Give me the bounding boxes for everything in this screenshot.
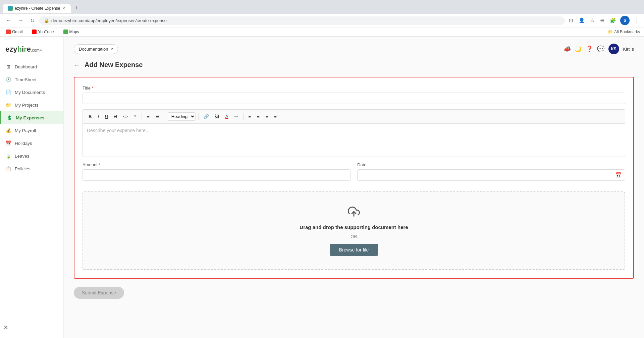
page-header: ← Add New Expense xyxy=(74,61,634,69)
sidebar-label-my-expenses: My Expenses xyxy=(16,115,45,120)
back-button[interactable]: ← xyxy=(74,61,80,69)
logo: ezyhire.com™ xyxy=(0,42,63,60)
sidebar-label-policies: Policies xyxy=(15,166,31,171)
description-editor[interactable]: Describe your expense here... xyxy=(83,123,625,157)
sidebar-item-leaves[interactable]: 🍃 Leaves xyxy=(0,150,63,162)
text-color-btn[interactable]: A xyxy=(223,113,231,120)
amount-date-row: Amount * Date 📅 xyxy=(83,162,625,186)
quote-btn[interactable]: ❝ xyxy=(132,113,139,120)
align-justify-btn[interactable]: ≡ xyxy=(272,113,279,120)
submit-expense-btn[interactable]: Submit Expense xyxy=(74,287,124,299)
sidebar-item-my-projects[interactable]: 📁 My Projects xyxy=(0,99,63,111)
main-content: Documentation ↗ 📣 🌙 ❓ 💬 KS Kirti s ← Add… xyxy=(64,37,644,338)
heading-select[interactable]: Heading H1 H2 H3 xyxy=(168,112,196,121)
bold-btn[interactable]: B xyxy=(86,113,94,120)
sidebar-item-holidays[interactable]: 📅 Holidays xyxy=(0,137,63,150)
unordered-list-btn[interactable]: ☰ xyxy=(153,113,162,120)
translate-icon[interactable]: ⊕ xyxy=(599,16,606,25)
code-btn[interactable]: <> xyxy=(121,113,130,120)
notification-icon[interactable]: 📣 xyxy=(564,45,571,53)
browser-toolbar-icons: ⊡ 👤 ☆ ⊕ 🧩 S ⋮ xyxy=(568,16,640,25)
avatar-initials: KS xyxy=(611,47,616,51)
submit-area: Submit Expense xyxy=(74,287,634,299)
dark-mode-icon[interactable]: 🌙 xyxy=(575,46,582,52)
chat-icon[interactable]: 💬 xyxy=(597,45,604,53)
browse-file-btn[interactable]: Browse for file xyxy=(330,244,378,256)
page-title: Add New Expense xyxy=(85,61,143,69)
sidebar-item-my-documents[interactable]: 📄 My Documents xyxy=(0,86,63,99)
image-btn[interactable]: 🖼 xyxy=(213,113,222,120)
projects-icon: 📁 xyxy=(5,102,11,108)
editor-placeholder: Describe your expense here... xyxy=(87,128,150,133)
align-right-btn[interactable]: ≡ xyxy=(263,113,271,120)
underline-btn[interactable]: U xyxy=(103,113,110,120)
bookmarks-bar: Gmail YouTube Maps 📁 All Bookmarks xyxy=(0,27,644,37)
amount-label: Amount * xyxy=(83,162,351,167)
folder-icon: 📁 xyxy=(608,30,613,34)
expense-form-card: Title * B I U S <> ❝ ≡ ☰ xyxy=(74,77,634,279)
sidebar-item-policies[interactable]: 📋 Policies xyxy=(0,162,63,175)
reload-btn[interactable]: ↻ xyxy=(28,16,37,25)
sidebar-label-my-documents: My Documents xyxy=(15,90,45,95)
profile-icon[interactable]: 👤 xyxy=(577,16,586,25)
sidebar-item-dashboard[interactable]: ⊞ Dashboard xyxy=(0,60,63,73)
forward-nav-btn[interactable]: → xyxy=(16,16,25,25)
sidebar-label-timesheet: TimeSheet xyxy=(15,77,37,82)
documentation-btn[interactable]: Documentation ↗ xyxy=(74,44,118,54)
timesheet-icon: 🕐 xyxy=(5,76,11,82)
cast-icon[interactable]: ⊡ xyxy=(568,16,575,25)
extensions-icon[interactable]: 🧩 xyxy=(608,16,618,25)
sidebar-item-timesheet[interactable]: 🕐 TimeSheet xyxy=(0,73,63,86)
file-upload-area[interactable]: Drag and drop the supporting document he… xyxy=(83,191,625,270)
app-container: ezyhire.com™ ⊞ Dashboard 🕐 TimeSheet 📄 M… xyxy=(0,37,644,338)
gmail-label: Gmail xyxy=(12,30,22,34)
new-tab-btn[interactable]: + xyxy=(71,3,82,14)
ordered-list-btn[interactable]: ≡ xyxy=(145,113,152,120)
active-tab[interactable]: ezyhire - Create Expense ✕ xyxy=(3,4,71,13)
bookmark-gmail[interactable]: Gmail xyxy=(4,29,24,35)
sidebar-item-my-payroll[interactable]: 💰 My Payroll xyxy=(0,124,63,137)
maps-label: Maps xyxy=(69,30,79,34)
date-input[interactable] xyxy=(357,169,625,181)
toolbar-divider-3 xyxy=(198,113,199,120)
bookmark-youtube[interactable]: YouTube xyxy=(30,29,56,35)
link-btn[interactable]: 🔗 xyxy=(201,113,211,120)
star-icon[interactable]: ☆ xyxy=(589,16,596,25)
tab-close-btn[interactable]: ✕ xyxy=(62,6,65,11)
external-link-icon: ↗ xyxy=(110,47,113,51)
sidebar: ezyhire.com™ ⊞ Dashboard 🕐 TimeSheet 📄 M… xyxy=(0,37,64,338)
align-left-btn[interactable]: ≡ xyxy=(246,113,254,120)
close-btn[interactable]: ✕ xyxy=(3,324,8,331)
amount-input[interactable] xyxy=(83,169,351,181)
user-avatar[interactable]: KS xyxy=(608,44,619,54)
sidebar-label-leaves: Leaves xyxy=(15,154,30,159)
italic-btn[interactable]: I xyxy=(95,113,101,120)
sidebar-label-holidays: Holidays xyxy=(15,141,32,146)
upload-icon xyxy=(90,206,618,220)
browser-chrome: ezyhire - Create Expense ✕ + ← → ↻ 🔒 dem… xyxy=(0,0,644,37)
strikethrough-btn[interactable]: S xyxy=(112,113,119,120)
help-icon[interactable]: ❓ xyxy=(586,45,593,53)
date-label: Date xyxy=(357,162,625,167)
chrome-profile-avatar[interactable]: S xyxy=(620,16,630,25)
title-input[interactable] xyxy=(83,93,625,104)
dashboard-icon: ⊞ xyxy=(5,64,11,70)
gmail-icon xyxy=(6,30,11,34)
back-nav-btn[interactable]: ← xyxy=(4,16,13,25)
bookmark-maps[interactable]: Maps xyxy=(61,29,81,35)
amount-field-group: Amount * xyxy=(83,162,351,181)
policies-icon: 📋 xyxy=(5,166,11,172)
title-required: * xyxy=(92,86,94,91)
sidebar-label-my-projects: My Projects xyxy=(15,103,39,108)
highlight-btn[interactable]: ✏ xyxy=(232,113,240,120)
lock-icon: 🔒 xyxy=(44,18,49,23)
sidebar-item-my-expenses[interactable]: 💲 My Expenses xyxy=(0,111,63,124)
sidebar-label-my-payroll: My Payroll xyxy=(15,128,36,133)
all-bookmarks[interactable]: 📁 All Bookmarks xyxy=(608,30,640,34)
align-center-btn[interactable]: ≡ xyxy=(255,113,262,120)
address-bar[interactable]: 🔒 demo.ezyhire.com/app/employee/expenses… xyxy=(39,16,565,25)
top-bar: Documentation ↗ 📣 🌙 ❓ 💬 KS Kirti s xyxy=(74,44,634,54)
title-field-group: Title * xyxy=(83,86,625,104)
more-icon[interactable]: ⋮ xyxy=(632,16,640,25)
tab-label: ezyhire - Create Expense xyxy=(15,6,60,11)
